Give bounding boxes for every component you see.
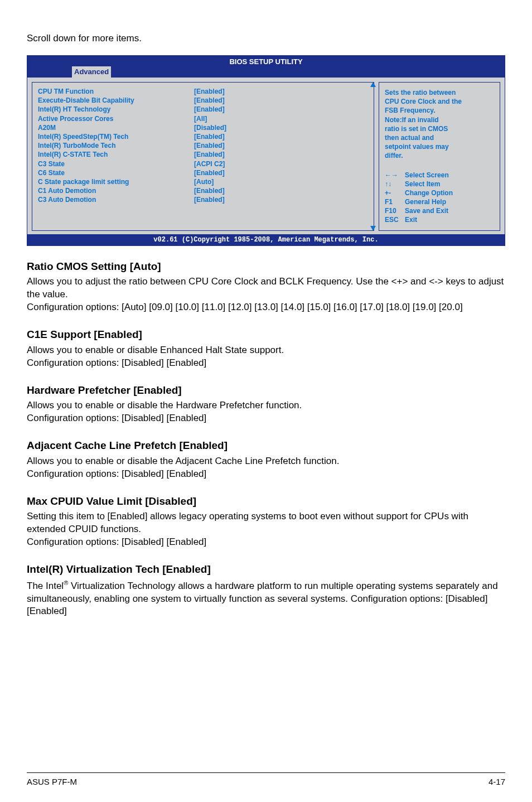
heading-max-cpuid-value-limit: Max CPUID Value Limit [Disabled]: [27, 494, 505, 509]
cfg-value: [All]: [194, 114, 207, 123]
legend-label: Exit: [405, 215, 417, 224]
help-line: Sets the ratio between: [385, 88, 495, 97]
para: Configuration options: [Disabled] [Enabl…: [27, 412, 505, 425]
cfg-cpu-tm-function[interactable]: CPU TM Function[Enabled]: [38, 87, 368, 96]
scroll-up-arrow-icon[interactable]: [370, 82, 376, 87]
heading-ratio-cmos-setting: Ratio CMOS Setting [Auto]: [27, 259, 505, 274]
heading-hardware-prefetcher: Hardware Prefetcher [Enabled]: [27, 383, 505, 398]
cfg-label: CPU TM Function: [38, 87, 194, 96]
para: Allows you to enable or disable Enhanced…: [27, 344, 505, 357]
para: Setting this item to [Enabled] allows le…: [27, 510, 505, 536]
help-line: CPU Core Clock and the: [385, 97, 495, 106]
legend-general-help: F1General Help: [385, 197, 495, 206]
cfg-intel-speedstep[interactable]: Intel(R) SpeedStep(TM) Tech[Enabled]: [38, 132, 368, 141]
bios-header: BIOS SETUP UTILITY Advanced: [27, 56, 505, 78]
legend-label: Change Option: [405, 189, 453, 197]
cfg-label: C3 Auto Demotion: [38, 195, 194, 204]
cfg-label: Intel(R) C-STATE Tech: [38, 150, 194, 159]
help-line: setpoint values may: [385, 142, 495, 151]
cfg-label: Intel(R) TurboMode Tech: [38, 141, 194, 150]
cfg-a20m[interactable]: A20M[Disabled]: [38, 123, 368, 132]
para: Allows you to enable or disable the Hard…: [27, 399, 505, 412]
cfg-label: C6 State: [38, 168, 194, 177]
cfg-intel-ht-technology[interactable]: Intel(R) HT Technology[Enabled]: [38, 105, 368, 114]
cfg-execute-disable-bit[interactable]: Execute-Disable Bit Capability[Enabled]: [38, 96, 368, 105]
cfg-label: C State package limit setting: [38, 177, 194, 186]
bios-help-panel: Sets the ratio between CPU Core Clock an…: [379, 82, 500, 231]
top-note: Scroll down for more items.: [27, 32, 505, 45]
help-key-legend: ←→Select Screen ↑↓Select Item +-Change O…: [385, 171, 495, 225]
help-line: Note:If an invalid: [385, 115, 495, 124]
cfg-value: [Enabled]: [194, 141, 225, 150]
legend-key: +-: [385, 189, 405, 197]
help-line: then actual and: [385, 133, 495, 142]
bios-config-panel: CPU TM Function[Enabled] Execute-Disable…: [32, 82, 374, 231]
cfg-value: [Enabled]: [194, 87, 225, 96]
cfg-value: [ACPI C2]: [194, 160, 225, 168]
legend-label: Save and Exit: [405, 206, 448, 215]
cfg-label: C3 State: [38, 160, 194, 168]
cfg-c3-auto-demotion[interactable]: C3 Auto Demotion[Enabled]: [38, 195, 368, 204]
footer-right: 4-17: [489, 776, 505, 787]
cfg-label: C1 Auto Demotion: [38, 186, 194, 195]
legend-key: F1: [385, 197, 405, 206]
cfg-label: Active Processor Cores: [38, 114, 194, 123]
para: Configuration options: [Disabled] [Enabl…: [27, 468, 505, 481]
legend-label: General Help: [405, 197, 446, 206]
cfg-active-processor-cores[interactable]: Active Processor Cores[All]: [38, 114, 368, 123]
cfg-value: [Enabled]: [194, 168, 225, 177]
cfg-value: [Enabled]: [194, 105, 225, 114]
tab-advanced[interactable]: Advanced: [72, 66, 111, 78]
legend-key: F10: [385, 206, 405, 215]
legend-key: ←→: [385, 171, 405, 180]
cfg-value: [Enabled]: [194, 150, 225, 159]
cfg-value: [Auto]: [194, 177, 214, 186]
bios-setup-utility-frame: BIOS SETUP UTILITY Advanced CPU TM Funct…: [27, 55, 505, 246]
cfg-label: Execute-Disable Bit Capability: [38, 96, 194, 105]
para-part-b: Virtualization Technology allows a hardw…: [27, 581, 498, 617]
legend-change-option: +-Change Option: [385, 189, 495, 197]
cfg-c3-state[interactable]: C3 State[ACPI C2]: [38, 160, 368, 168]
legend-select-item: ↑↓Select Item: [385, 180, 495, 189]
para: Configuration options: [Auto] [09.0] [10…: [27, 301, 505, 314]
para-part-a: The Intel: [27, 581, 64, 591]
footer-left: ASUS P7F-M: [27, 776, 77, 787]
cfg-value: [Disabled]: [194, 123, 226, 132]
para: Allows you to adjust the ratio between C…: [27, 276, 505, 301]
scroll-down-arrow-icon[interactable]: [370, 226, 376, 231]
heading-c1e-support: C1E Support [Enabled]: [27, 327, 505, 342]
cfg-label: Intel(R) SpeedStep(TM) Tech: [38, 132, 194, 141]
bios-title-text: BIOS SETUP UTILITY: [27, 56, 505, 67]
bios-body: CPU TM Function[Enabled] Execute-Disable…: [27, 78, 505, 234]
help-text-block: Sets the ratio between CPU Core Clock an…: [385, 88, 495, 161]
cfg-label: Intel(R) HT Technology: [38, 105, 194, 114]
legend-key: ↑↓: [385, 180, 405, 189]
para: The Intel® Virtualization Technology all…: [27, 579, 505, 618]
cfg-value: [Enabled]: [194, 186, 225, 195]
para: Allows you to enable or disable the Adja…: [27, 455, 505, 468]
cfg-label: A20M: [38, 123, 194, 132]
legend-label: Select Item: [405, 180, 440, 189]
cfg-c1-auto-demotion[interactable]: C1 Auto Demotion[Enabled]: [38, 186, 368, 195]
cfg-c6-state[interactable]: C6 State[Enabled]: [38, 168, 368, 177]
cfg-value: [Enabled]: [194, 132, 225, 141]
legend-exit: ESCExit: [385, 215, 495, 224]
legend-select-screen: ←→Select Screen: [385, 171, 495, 180]
cfg-value: [Enabled]: [194, 96, 225, 105]
heading-intel-virtualization-tech: Intel(R) Virtualization Tech [Enabled]: [27, 562, 505, 577]
help-line: differ.: [385, 151, 495, 160]
para: Configuration options: [Disabled] [Enabl…: [27, 357, 505, 370]
cfg-value: [Enabled]: [194, 195, 225, 204]
cfg-intel-c-state[interactable]: Intel(R) C-STATE Tech[Enabled]: [38, 150, 368, 159]
help-line: FSB Frequency.: [385, 106, 495, 115]
legend-label: Select Screen: [405, 171, 449, 180]
para: Configuration options: [Disabled] [Enabl…: [27, 536, 505, 549]
cfg-c-state-package-limit[interactable]: C State package limit setting[Auto]: [38, 177, 368, 186]
bios-copyright-footer: v02.61 (C)Copyright 1985-2008, American …: [27, 234, 505, 245]
legend-save-exit: F10Save and Exit: [385, 206, 495, 215]
help-line: ratio is set in CMOS: [385, 124, 495, 133]
bios-tab-row: Advanced: [27, 66, 505, 78]
page-footer: ASUS P7F-M 4-17: [27, 772, 505, 787]
legend-key: ESC: [385, 215, 405, 224]
cfg-intel-turbomode[interactable]: Intel(R) TurboMode Tech[Enabled]: [38, 141, 368, 150]
